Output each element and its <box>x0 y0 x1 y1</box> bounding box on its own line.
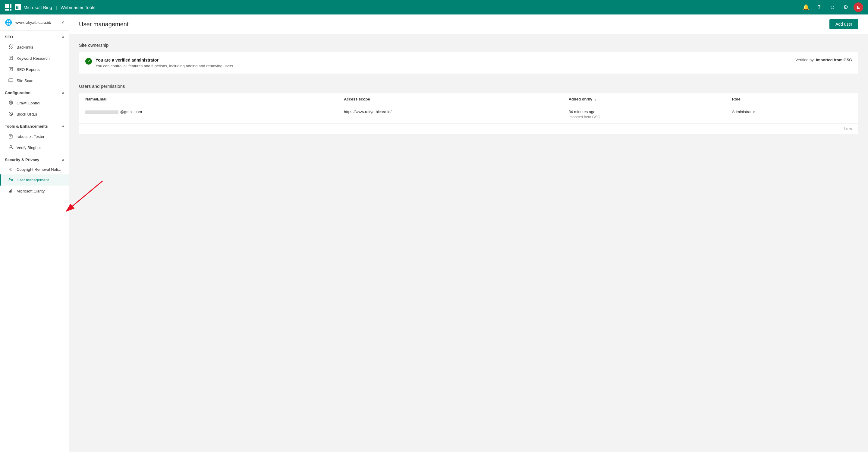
sidebar-item-block-urls[interactable]: Block URLs <box>0 109 69 120</box>
settings-icon: ⚙ <box>843 4 848 10</box>
help-icon: ? <box>818 4 821 10</box>
add-user-button[interactable]: Add user <box>830 19 858 29</box>
topbar: B Microsoft Bing | Webmaster Tools 🔔 ? ☺… <box>0 0 868 15</box>
configuration-chevron-icon: ∧ <box>62 91 64 95</box>
user-management-label: User management <box>17 178 49 182</box>
sidebar-item-seo-reports[interactable]: SEO Reports <box>0 64 69 75</box>
sidebar-item-site-scan[interactable]: Site Scan <box>0 75 69 86</box>
smiley-icon: ☺ <box>830 4 835 10</box>
sidebar-item-crawl-control[interactable]: Crawl Control <box>0 97 69 109</box>
svg-rect-8 <box>9 79 13 82</box>
block-urls-icon <box>8 111 13 117</box>
security-chevron-icon: ∧ <box>62 158 64 162</box>
verified-desc: You can control all features and functio… <box>96 64 234 68</box>
users-permissions-title: Users and permissions <box>79 84 858 89</box>
site-scan-icon <box>8 78 13 84</box>
help-button[interactable]: ? <box>814 2 825 13</box>
globe-icon: 🌐 <box>5 19 12 26</box>
table-row: @gmail.com https://www.rakyatbicara.id/ … <box>79 105 858 124</box>
tool-name: Webmaster Tools <box>61 5 95 10</box>
table-header-row: Name/Email Access scope Added on/by ↓ Ro… <box>79 93 858 105</box>
site-selector[interactable]: 🌐 www.rakyatbicara.id/ ∨ <box>0 15 69 30</box>
microsoft-clarity-label: Microsoft Clarity <box>17 189 44 193</box>
seo-section-label: SEO <box>5 35 13 39</box>
configuration-section-label: Configuration <box>5 90 30 95</box>
user-avatar[interactable]: E <box>854 2 863 12</box>
svg-point-18 <box>10 145 12 147</box>
content-body: Site ownership ✓ You are a verified admi… <box>69 34 868 143</box>
svg-rect-21 <box>9 191 10 193</box>
security-section-label: Security & Privacy <box>5 158 39 162</box>
site-ownership-title: Site ownership <box>79 43 858 48</box>
verified-by-value: Imported from GSC <box>816 58 852 62</box>
added-on-cell: 84 minutes ago Imported from GSC <box>563 105 726 124</box>
verify-bingbot-icon <box>8 145 13 150</box>
backlinks-label: Backlinks <box>17 45 33 50</box>
crawl-control-label: Crawl Control <box>17 101 40 105</box>
configuration-section-header[interactable]: Configuration ∧ <box>0 86 69 97</box>
sidebar-item-keyword-research[interactable]: Keyword Research <box>0 53 69 64</box>
seo-chevron-icon: ∧ <box>62 35 64 39</box>
microsoft-clarity-icon <box>8 188 13 194</box>
sidebar-item-backlinks[interactable]: Backlinks <box>0 41 69 53</box>
svg-rect-5 <box>9 67 13 71</box>
tools-chevron-icon: ∧ <box>62 124 64 128</box>
email-redacted <box>85 110 119 114</box>
backlinks-icon <box>8 44 13 50</box>
sidebar-item-copyright[interactable]: © Copyright Removal Noti... <box>0 165 69 174</box>
feedback-button[interactable]: ☺ <box>827 2 838 13</box>
verified-text: You are a verified administrator You can… <box>96 58 234 68</box>
app-name: Microsoft Bing <box>24 5 52 10</box>
users-permissions-section: Users and permissions Name/Email Access … <box>79 84 858 134</box>
sidebar-item-user-management[interactable]: User management <box>0 174 69 186</box>
crawl-control-icon <box>8 100 13 106</box>
app-logo: B Microsoft Bing | Webmaster Tools <box>15 4 95 10</box>
user-management-icon <box>8 177 13 183</box>
verified-check-icon: ✓ <box>85 58 92 64</box>
added-on-time: 84 minutes ago <box>569 110 720 114</box>
page-title: User management <box>79 21 129 28</box>
sidebar-item-microsoft-clarity[interactable]: Microsoft Clarity <box>0 186 69 197</box>
svg-rect-23 <box>11 189 12 193</box>
seo-reports-icon <box>8 67 13 73</box>
notification-icon: 🔔 <box>803 4 809 10</box>
chevron-down-icon: ∨ <box>61 20 64 24</box>
notification-button[interactable]: 🔔 <box>801 2 811 13</box>
email-domain: @gmail.com <box>120 110 142 114</box>
user-email-cell: @gmail.com <box>79 105 338 124</box>
tools-section-label: Tools & Enhancements <box>5 124 48 129</box>
site-scan-label: Site Scan <box>17 79 33 83</box>
copyright-label: Copyright Removal Noti... <box>17 167 61 172</box>
verified-card: ✓ You are a verified administrator You c… <box>79 52 858 74</box>
grid-icon[interactable] <box>5 4 11 10</box>
sidebar: 🌐 www.rakyatbicara.id/ ∨ SEO ∧ Backlinks… <box>0 15 69 452</box>
keyword-research-label: Keyword Research <box>17 56 50 61</box>
keyword-research-icon <box>8 56 13 61</box>
settings-button[interactable]: ⚙ <box>840 2 851 13</box>
added-on-sub: Imported from GSC <box>569 115 720 119</box>
sort-icon: ↓ <box>595 97 596 101</box>
verified-left: ✓ You are a verified administrator You c… <box>85 58 234 68</box>
col-name-email: Name/Email <box>79 93 338 105</box>
col-access-scope: Access scope <box>338 93 563 105</box>
svg-rect-22 <box>10 190 11 193</box>
content-area: User management Add user Site ownership … <box>69 15 868 452</box>
svg-text:B: B <box>16 5 19 10</box>
site-url: www.rakyatbicara.id/ <box>16 20 59 25</box>
sidebar-item-verify-bingbot[interactable]: Verify Bingbot <box>0 142 69 153</box>
topbar-divider: | <box>56 5 57 10</box>
tools-section-header[interactable]: Tools & Enhancements ∧ <box>0 120 69 131</box>
svg-line-14 <box>10 113 12 115</box>
verify-bingbot-label: Verify Bingbot <box>17 145 41 150</box>
verified-right: Verified by: Imported from GSC <box>795 58 852 62</box>
security-section-header[interactable]: Security & Privacy ∧ <box>0 153 69 165</box>
svg-point-19 <box>10 178 11 179</box>
seo-section-header[interactable]: SEO ∧ <box>0 30 69 41</box>
access-scope-cell: https://www.rakyatbicara.id/ <box>338 105 563 124</box>
svg-point-20 <box>11 179 13 180</box>
content-header: User management Add user <box>69 15 868 34</box>
col-added-on[interactable]: Added on/by ↓ <box>563 93 726 105</box>
sidebar-item-robots-tester[interactable]: robots.txt Tester <box>0 131 69 142</box>
main-layout: 🌐 www.rakyatbicara.id/ ∨ SEO ∧ Backlinks… <box>0 15 868 452</box>
robots-tester-label: robots.txt Tester <box>17 134 44 139</box>
